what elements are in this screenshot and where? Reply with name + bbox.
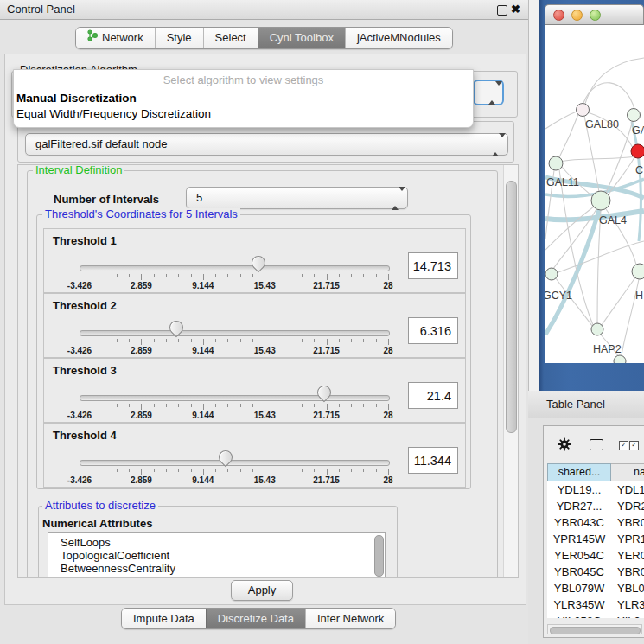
toolbox-tab-bar: Network Style Select Cyni Toolbox jActiv… bbox=[75, 27, 453, 49]
threshold-panel: Threshold 1 -3.4262.8599.14415.4321.7152… bbox=[43, 228, 466, 293]
table-row[interactable]: YPR145WYPR1 bbox=[547, 531, 644, 547]
table-cell[interactable]: YPR145W bbox=[547, 531, 611, 547]
table-cell[interactable]: YDL1 bbox=[617, 481, 644, 498]
tab-impute-data[interactable]: Impute Data bbox=[122, 609, 206, 628]
threshold-label: Threshold 1 bbox=[53, 234, 117, 247]
panel-title: Control Panel bbox=[7, 0, 75, 19]
vertical-scrollbar[interactable] bbox=[503, 165, 519, 577]
interval-definition-label: Interval Definition bbox=[33, 164, 124, 176]
attributes-group: Attributes to discretize Numerical Attri… bbox=[38, 506, 398, 578]
table-cell[interactable]: YBR0 bbox=[617, 564, 644, 580]
network-node-GAL80[interactable] bbox=[577, 104, 590, 117]
table-row[interactable]: YIL052CYIL0 bbox=[547, 613, 644, 618]
attributes-list: SelfLoops TopologicalCoefficient Between… bbox=[48, 532, 386, 578]
table-cell[interactable]: YLR345W bbox=[547, 596, 611, 613]
table-panel-title: Table Panel bbox=[546, 391, 605, 418]
horizontal-scrollbar-thumb[interactable] bbox=[550, 627, 641, 634]
table-row[interactable]: YBR043CYBR0 bbox=[547, 514, 644, 531]
slider-track[interactable] bbox=[80, 330, 390, 336]
slider-tick-labels: -3.4262.8599.14415.4321.71528 bbox=[44, 475, 465, 485]
slider-track[interactable] bbox=[80, 265, 390, 271]
network-node-H[interactable] bbox=[632, 264, 644, 279]
table-cell[interactable]: YLR3 bbox=[617, 596, 644, 613]
vertical-scrollbar-thumb[interactable] bbox=[506, 181, 517, 433]
close-traffic-icon[interactable] bbox=[553, 10, 564, 21]
table-row[interactable]: YLR345WYLR3 bbox=[547, 596, 644, 613]
network-node-C[interactable] bbox=[631, 144, 644, 158]
tab-discretize-data[interactable]: Discretize Data bbox=[206, 609, 305, 628]
table-cell[interactable]: YDL19... bbox=[547, 481, 611, 498]
threshold-value-field[interactable]: 21.4 bbox=[408, 382, 458, 409]
table-cell[interactable]: YDR27... bbox=[547, 498, 611, 514]
network-node-HAP2[interactable] bbox=[591, 323, 603, 335]
table-cell[interactable]: YER0 bbox=[617, 547, 644, 564]
list-item[interactable]: BetweennessCentrality bbox=[61, 562, 175, 575]
network-node-GAL4[interactable] bbox=[591, 191, 610, 210]
minimize-traffic-icon[interactable] bbox=[571, 10, 583, 21]
table-cell[interactable]: YPR1 bbox=[617, 531, 644, 547]
table-cell[interactable]: YDR2 bbox=[617, 498, 644, 514]
network-node-GCY1[interactable] bbox=[545, 268, 558, 280]
column-header-shared-name[interactable]: shared... bbox=[547, 463, 611, 481]
table-row[interactable]: YDR27...YDR2 bbox=[547, 498, 644, 514]
network-node-label: GCY1 bbox=[545, 290, 572, 302]
dropdown-option-equal-width[interactable]: Equal Width/Frequency Discretization bbox=[16, 107, 211, 120]
table-cell[interactable]: YIL052C bbox=[547, 613, 611, 618]
table-data-value: galFiltered.sif default node bbox=[35, 134, 167, 155]
algorithm-combobox[interactable] bbox=[473, 80, 504, 105]
slider-track[interactable] bbox=[80, 460, 390, 466]
threshold-value-field[interactable]: 11.344 bbox=[408, 447, 458, 474]
split-columns-icon[interactable] bbox=[590, 439, 603, 450]
threshold-panel: Threshold 4 -3.4262.8599.14415.4321.7152… bbox=[43, 423, 466, 488]
list-item[interactable]: SelfLoops bbox=[61, 536, 111, 549]
network-node-node[interactable] bbox=[614, 355, 626, 363]
table-cell[interactable]: YER054C bbox=[547, 547, 611, 564]
tab-select[interactable]: Select bbox=[203, 28, 258, 48]
threshold-label: Threshold 3 bbox=[53, 364, 117, 377]
network-node-GA[interactable] bbox=[628, 109, 641, 122]
table-row[interactable]: YER054CYER0 bbox=[547, 547, 644, 564]
network-node-GAL11[interactable] bbox=[549, 156, 563, 170]
checkbox-icon[interactable]: ✓ bbox=[629, 441, 639, 450]
spinner-arrows-icon bbox=[392, 191, 399, 205]
tab-infer-network[interactable]: Infer Network bbox=[305, 609, 395, 628]
apply-button[interactable]: Apply bbox=[231, 580, 293, 601]
table-cell[interactable]: YBL079W bbox=[547, 580, 611, 596]
horizontal-scrollbar[interactable] bbox=[547, 624, 642, 634]
close-icon[interactable]: ✖ bbox=[511, 2, 520, 17]
threshold-value-field[interactable]: 6.316 bbox=[408, 317, 458, 344]
network-canvas[interactable]: GAL80GACGAL11GAL4GCY1HHAP2 bbox=[545, 25, 644, 363]
num-intervals-combobox[interactable]: 5 bbox=[186, 187, 408, 209]
threshold-value-field[interactable]: 14.713 bbox=[408, 252, 458, 279]
checkbox-icon[interactable]: ✓ bbox=[619, 441, 628, 450]
thresholds-group-label: Threshold's Coordinates for 5 Intervals bbox=[42, 208, 240, 220]
table-row[interactable]: YDL19...YDL1 bbox=[547, 481, 644, 498]
gear-icon[interactable] bbox=[558, 437, 571, 455]
table-cell[interactable]: YBL0 bbox=[617, 580, 644, 596]
network-window-titlebar[interactable] bbox=[545, 4, 644, 25]
table-cell[interactable]: YBR045C bbox=[547, 564, 611, 580]
table-cell[interactable]: YBR043C bbox=[547, 514, 611, 531]
threshold-label: Threshold 4 bbox=[53, 429, 117, 442]
settings-scroll-viewport: Interval Definition Number of Intervals … bbox=[17, 164, 519, 578]
column-header-name[interactable]: na bbox=[611, 463, 644, 481]
spinner-arrows-icon bbox=[488, 86, 496, 99]
maximize-traffic-icon[interactable] bbox=[590, 10, 601, 21]
list-item[interactable]: TopologicalCoefficient bbox=[61, 549, 169, 562]
table-cell[interactable]: YIL0 bbox=[617, 613, 641, 618]
table-cell[interactable]: YBR0 bbox=[617, 514, 644, 531]
table-body: YDL19...YDL1YDR27...YDR2YBR043CYBR0YPR14… bbox=[547, 481, 644, 618]
dropdown-option-manual[interactable]: Manual Discretization bbox=[16, 92, 137, 105]
tab-jactivemnodules[interactable]: jActiveMNodules bbox=[345, 28, 452, 48]
slider-track[interactable] bbox=[80, 395, 390, 401]
tab-cyni-toolbox[interactable]: Cyni Toolbox bbox=[258, 28, 345, 48]
table-row[interactable]: YBR045CYBR0 bbox=[547, 564, 644, 580]
table-row[interactable]: YBL079WYBL0 bbox=[547, 580, 644, 596]
threshold-label: Threshold 2 bbox=[53, 299, 117, 312]
float-window-icon[interactable] bbox=[497, 5, 507, 16]
slider-tick-labels: -3.4262.8599.14415.4321.71528 bbox=[44, 281, 465, 290]
table-data-combobox[interactable]: galFiltered.sif default node bbox=[25, 133, 508, 156]
tab-style[interactable]: Style bbox=[155, 28, 203, 48]
list-scrollbar-thumb[interactable] bbox=[374, 535, 384, 577]
tab-network[interactable]: Network bbox=[76, 28, 155, 48]
